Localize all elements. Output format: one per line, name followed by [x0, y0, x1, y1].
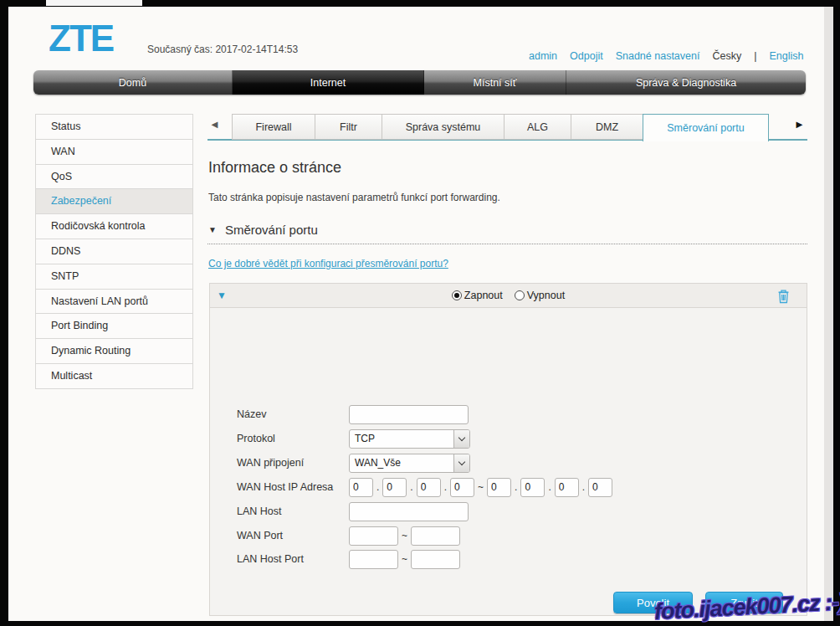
form-row-wan-port: WAN Port ~ [237, 526, 460, 546]
wan-ip-octet-3[interactable] [417, 478, 441, 497]
lan-host-port-start-input[interactable] [349, 550, 398, 569]
wan-ip-octet-1[interactable] [349, 478, 373, 497]
section-collapse-icon: ▼ [208, 225, 217, 234]
form-row-protocol: Protokol TCP [237, 428, 470, 449]
ip-dot: . [444, 481, 447, 493]
tab-firewall[interactable]: Firewall [232, 114, 315, 140]
radio-disable[interactable]: Vypnout [515, 290, 565, 301]
wan-ip-octet-7[interactable] [555, 478, 579, 497]
page-right-margin [824, 7, 833, 621]
section-divider [207, 244, 807, 244]
chevron-down-icon [458, 458, 465, 464]
wan-port-end-input[interactable] [411, 526, 460, 546]
wan-host-ip-label: WAN Host IP Adresa [237, 481, 349, 493]
current-time-label: Současný čas: 2017-02-14T14:53 [147, 44, 298, 55]
screenshot-frame: ZTE Současný čas: 2017-02-14T14:53 admin… [0, 0, 840, 626]
sidebar-item-port-binding[interactable]: Port Binding [36, 314, 192, 339]
sidebar-item-parental-control[interactable]: Rodičovská kontrola [36, 214, 192, 239]
sidebar-item-qos[interactable]: QoS [36, 165, 192, 190]
frame-notch [46, 0, 142, 6]
sidebar-item-status[interactable]: Status [36, 115, 192, 140]
protocol-select-value: TCP [350, 433, 453, 444]
lan-host-input[interactable] [349, 502, 469, 521]
ip-dot: . [410, 481, 412, 493]
admin-user-link[interactable]: admin [529, 50, 557, 62]
ip-dot: . [376, 481, 379, 493]
nav-item-internet[interactable]: Internet [233, 70, 424, 95]
sidebar-item-wan[interactable]: WAN [36, 140, 192, 165]
tab-scroll-right-icon[interactable]: ► [794, 118, 805, 131]
tab-strip: Firewall Filtr Správa systému ALG DMZ Sm… [232, 114, 769, 141]
radio-enable[interactable]: Zapnout [452, 290, 503, 301]
lan-host-port-end-input[interactable] [411, 550, 460, 569]
form-row-lan-host: LAN Host [237, 501, 469, 521]
form-row-wan-connection: WAN připojení WAN_Vše [237, 453, 470, 473]
page-title: Informace o stránce [208, 159, 341, 177]
zte-logo: ZTE [49, 20, 113, 57]
tab-system-management[interactable]: Správa systému [382, 114, 505, 140]
trash-icon[interactable] [777, 289, 790, 307]
wan-ip-octet-5[interactable] [487, 478, 511, 497]
wan-connection-select[interactable]: WAN_Vše [349, 454, 470, 473]
wan-ip-octet-8[interactable] [588, 478, 612, 497]
section-header[interactable]: ▼Směrování portu [208, 223, 318, 237]
rule-panel-header: ▼ Zapnout Vypnout [209, 283, 807, 308]
tab-filter[interactable]: Filtr [315, 114, 382, 140]
sidebar-item-ddns[interactable]: DDNS [36, 239, 192, 264]
main-nav: Domů Internet Místní síť Správa & Diagno… [33, 70, 806, 95]
sidebar-item-sntp[interactable]: SNTP [36, 264, 192, 290]
tab-dmz[interactable]: DMZ [571, 114, 643, 140]
easy-setup-link[interactable]: Snadné nastavení [616, 50, 700, 62]
ip-range-tilde: ~ [478, 481, 484, 493]
port-range-tilde: ~ [402, 553, 407, 565]
protocol-select-button[interactable] [453, 430, 469, 448]
radio-disable-dot[interactable] [515, 290, 525, 300]
enable-radio-group: Zapnout Vypnout [210, 284, 807, 307]
sidebar-item-multicast[interactable]: Multicast [36, 364, 192, 389]
wan-ip-octet-4[interactable] [450, 478, 474, 497]
wan-connection-label: WAN připojení [237, 457, 349, 469]
wan-connection-select-value: WAN_Vše [350, 457, 453, 469]
wan-port-start-input[interactable] [349, 526, 398, 546]
port-range-tilde: ~ [402, 530, 407, 541]
port-forwarding-help-link[interactable]: Co je dobré vědět při konfiguraci přesmě… [208, 258, 448, 269]
radio-enable-label: Zapnout [464, 290, 503, 301]
nav-item-home[interactable]: Domů [33, 70, 233, 95]
form-row-lan-host-port: LAN Host Port ~ [237, 549, 460, 569]
ip-dot: . [515, 481, 517, 493]
header-links: admin Odpojit Snadné nastavení Česky | E… [529, 50, 805, 62]
name-label: Název [237, 408, 349, 420]
sidebar-item-dynamic-routing[interactable]: Dynamic Routing [36, 339, 192, 364]
nav-item-admin-diagnostics[interactable]: Správa & Diagnostika [566, 70, 806, 95]
tab-alg[interactable]: ALG [504, 114, 571, 140]
lan-host-port-label: LAN Host Port [237, 553, 349, 565]
chevron-down-icon [458, 434, 465, 440]
section-title: Směrování portu [225, 223, 318, 237]
wan-ip-octet-6[interactable] [520, 478, 545, 497]
nav-item-local-network[interactable]: Místní síť [424, 70, 566, 95]
radio-disable-label: Vypnout [527, 290, 565, 301]
tab-scroll-left-icon[interactable]: ◄ [209, 118, 220, 131]
language-separator: | [754, 50, 756, 62]
radio-enable-dot[interactable] [452, 290, 462, 300]
ip-dot: . [548, 481, 551, 493]
language-current[interactable]: Česky [712, 50, 741, 62]
sidebar-item-lan-ports[interactable]: Nastavení LAN portů [36, 290, 192, 315]
tab-port-forwarding[interactable]: Směrování portu [643, 114, 769, 141]
form-row-name: Název [237, 404, 469, 424]
wan-ip-octet-2[interactable] [382, 478, 407, 497]
protocol-select[interactable]: TCP [349, 429, 470, 449]
lan-host-label: LAN Host [237, 505, 349, 517]
sidebar: Status WAN QoS Zabezpečení Rodičovská ko… [35, 114, 193, 389]
protocol-label: Protokol [237, 433, 349, 444]
ip-dot: . [582, 481, 585, 493]
language-english-link[interactable]: English [769, 50, 803, 62]
page-description: Tato stránka popisuje nastavení parametr… [208, 192, 500, 203]
sidebar-item-security[interactable]: Zabezpečení [36, 189, 192, 214]
logout-link[interactable]: Odpojit [570, 50, 603, 62]
wan-port-label: WAN Port [237, 530, 349, 541]
name-input[interactable] [349, 405, 469, 424]
form-row-wan-host-ip: WAN Host IP Adresa . . . ~ . . . [237, 477, 612, 497]
wan-connection-select-button[interactable] [453, 454, 469, 472]
